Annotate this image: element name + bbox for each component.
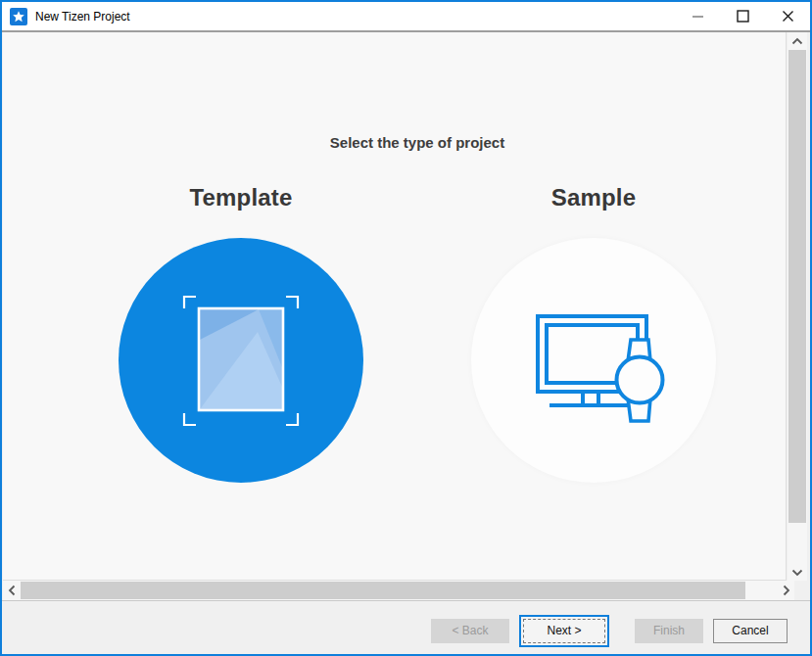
chevron-down-icon	[791, 569, 803, 577]
next-button[interactable]: Next >	[523, 619, 605, 643]
cancel-button[interactable]: Cancel	[713, 619, 788, 643]
title-bar: New Tizen Project	[2, 2, 810, 30]
template-option-label: Template	[119, 184, 363, 211]
maximize-icon	[737, 10, 749, 23]
horizontal-scrollbar[interactable]	[3, 581, 794, 600]
sample-option-label: Sample	[471, 184, 716, 211]
wizard-button-bar: < Back Next > Finish Cancel	[2, 601, 810, 654]
sample-devices-icon	[471, 238, 716, 483]
wizard-scroll-area: Select the type of project Template	[3, 32, 787, 581]
scroll-right-button[interactable]	[778, 582, 794, 598]
new-tizen-project-dialog: New Tizen Project Select the type of pro…	[0, 0, 812, 656]
project-type-options: Template	[119, 184, 716, 483]
maximize-button[interactable]	[720, 2, 765, 30]
sample-option-circle[interactable]	[471, 238, 716, 483]
template-option-circle[interactable]	[119, 238, 363, 483]
scroll-up-button[interactable]	[788, 32, 805, 49]
close-icon	[781, 9, 795, 23]
tizen-logo-icon	[10, 8, 27, 25]
minimize-button[interactable]	[675, 2, 720, 30]
vertical-scrollbar[interactable]	[788, 32, 807, 581]
vertical-scrollbar-thumb[interactable]	[788, 50, 806, 523]
scroll-left-button[interactable]	[3, 582, 20, 598]
template-project-icon	[119, 238, 363, 483]
finish-button[interactable]: Finish	[635, 619, 703, 643]
next-button-focus-ring: Next >	[519, 615, 609, 647]
chevron-left-icon	[8, 585, 16, 596]
chevron-up-icon	[791, 37, 803, 45]
page-title: Select the type of project	[119, 134, 716, 151]
sample-option[interactable]: Sample	[471, 184, 716, 483]
chevron-right-icon	[783, 585, 790, 596]
window-controls	[675, 2, 810, 30]
window-title: New Tizen Project	[35, 10, 130, 23]
horizontal-scrollbar-thumb[interactable]	[21, 582, 745, 599]
close-button[interactable]	[765, 2, 810, 30]
template-option[interactable]: Template	[119, 184, 363, 483]
minimize-icon	[693, 16, 703, 18]
scroll-down-button[interactable]	[788, 564, 805, 581]
back-button[interactable]: < Back	[431, 619, 509, 643]
